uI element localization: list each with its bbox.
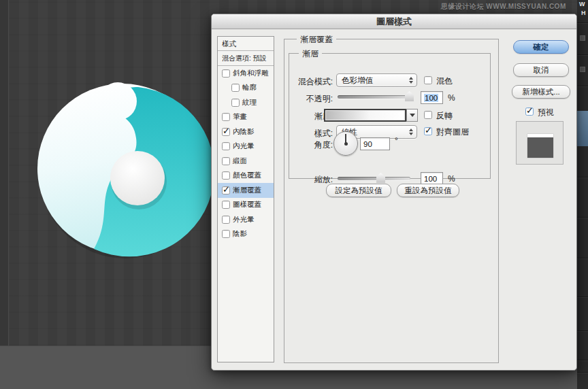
selected-layer-row[interactable] <box>577 111 588 146</box>
align-with-layer-label: 對齊圖層 <box>436 126 469 138</box>
down-arrow-icon <box>410 114 415 117</box>
ok-button[interactable]: 確定 <box>513 40 569 54</box>
style-label: 樣式: <box>272 128 333 139</box>
gradient-picker-button[interactable] <box>406 109 418 122</box>
angle-input[interactable]: 90 <box>360 137 390 150</box>
style-preview-thumbnail <box>527 134 553 158</box>
style-item-label: 內光暈 <box>233 141 255 151</box>
opacity-unit: % <box>448 93 455 103</box>
style-item-label: 內陰影 <box>233 127 255 137</box>
layer-style-dialog: 圖層樣式 樣式 混合選項: 預設 斜角和浮雕輪廓紋理筆畫✓內陰影內光暈緞面顏色覆… <box>211 14 577 371</box>
style-item-2[interactable]: 紋理 <box>218 95 274 110</box>
style-item-label: 紋理 <box>242 98 257 107</box>
dither-checkbox[interactable] <box>424 76 432 84</box>
blend-mode-label: 混合模式: <box>272 76 333 88</box>
photoshop-workspace: 思缘设计论坛 WWW.MISSYUAN.COM W H <box>0 0 588 389</box>
style-item-label: 緞面 <box>233 156 247 166</box>
updown-arrows-icon <box>409 77 413 84</box>
preview-checkbox[interactable]: ✓ <box>525 107 534 116</box>
angle-label: 角度: <box>272 139 333 151</box>
check-icon: ✓ <box>526 105 534 116</box>
check-icon: ✓ <box>223 184 230 194</box>
style-item-label: 陰影 <box>233 229 247 239</box>
style-item-3[interactable]: 筆畫 <box>218 110 274 125</box>
style-item-checkbox[interactable] <box>222 157 230 165</box>
style-item-label: 筆畫 <box>233 112 247 122</box>
style-item-1[interactable]: 輪廓 <box>218 81 274 96</box>
style-item-checkbox[interactable] <box>222 171 230 180</box>
styles-list-panel: 樣式 混合選項: 預設 斜角和浮雕輪廓紋理筆畫✓內陰影內光暈緞面顏色覆蓋✓漸層覆… <box>217 36 274 362</box>
reset-to-default-button[interactable]: 重設為預設值 <box>397 184 459 197</box>
style-item-label: 顏色覆蓋 <box>233 171 261 180</box>
angle-hub <box>344 142 348 146</box>
set-as-default-button[interactable]: 設定為預設值 <box>326 184 391 197</box>
panel-mini-icon[interactable] <box>580 67 585 72</box>
blend-mode-select[interactable]: 色彩增值 <box>336 73 417 87</box>
check-icon: ✓ <box>223 126 230 136</box>
scale-slider[interactable] <box>338 177 410 180</box>
style-item-checkbox[interactable] <box>222 113 230 121</box>
panel-mini-icon[interactable] <box>580 35 585 41</box>
angle-value: 90 <box>363 140 372 148</box>
style-item-0[interactable]: 斜角和浮雕 <box>218 66 274 81</box>
blending-options-item[interactable]: 混合選項: 預設 <box>218 51 274 66</box>
style-item-label: 輪廓 <box>242 83 257 92</box>
strip-letter-w: W <box>579 1 585 7</box>
angle-dial[interactable] <box>333 131 358 156</box>
style-item-checkbox[interactable] <box>222 69 230 78</box>
style-item-label: 外光暈 <box>233 215 255 224</box>
style-item-4[interactable]: ✓內陰影 <box>218 124 274 139</box>
opacity-value: 100 <box>424 94 438 102</box>
style-item-checkbox[interactable]: ✓ <box>222 186 230 194</box>
check-icon: ✓ <box>425 125 432 135</box>
style-item-7[interactable]: 顏色覆蓋 <box>218 169 274 184</box>
styles-header: 樣式 <box>218 37 274 51</box>
yin-yang-logo-artwork <box>0 0 225 389</box>
angle-unit: ° <box>395 136 398 146</box>
style-item-checkbox[interactable] <box>231 84 240 92</box>
preview-label: 預視 <box>538 107 554 118</box>
dialog-titlebar[interactable]: 圖層樣式 <box>212 14 576 29</box>
strip-letter-h: H <box>581 10 586 16</box>
style-item-label: 斜角和浮雕 <box>233 69 269 78</box>
right-panel-strip: W H <box>577 0 588 389</box>
style-item-10[interactable]: 外光暈 <box>218 212 274 227</box>
cancel-button[interactable]: 取消 <box>513 63 569 77</box>
style-item-5[interactable]: 內光暈 <box>218 139 274 154</box>
opacity-label: 不透明: <box>272 93 333 105</box>
updown-arrows-icon <box>409 129 413 135</box>
align-with-layer-checkbox[interactable]: ✓ <box>424 127 432 135</box>
scale-unit: % <box>448 174 455 184</box>
scale-label: 縮放: <box>272 174 333 186</box>
new-style-button[interactable]: 新增樣式... <box>512 85 570 99</box>
style-item-9[interactable]: 圖樣覆蓋 <box>218 198 274 213</box>
style-item-label: 漸層覆蓋 <box>233 186 261 195</box>
style-item-checkbox[interactable] <box>222 216 230 224</box>
logo-hook-notch <box>99 82 137 120</box>
style-item-checkbox[interactable] <box>222 230 230 238</box>
style-preview-swatch <box>516 121 564 165</box>
logo-eye-circle <box>110 151 165 205</box>
style-item-6[interactable]: 緞面 <box>218 154 274 169</box>
dither-label: 混色 <box>436 75 453 87</box>
style-item-checkbox[interactable] <box>222 201 230 209</box>
subgroup-title: 漸層 <box>299 48 322 60</box>
opacity-slider[interactable] <box>338 95 414 99</box>
scale-value: 100 <box>424 175 437 183</box>
style-list: 斜角和浮雕輪廓紋理筆畫✓內陰影內光暈緞面顏色覆蓋✓漸層覆蓋圖樣覆蓋外光暈陰影 <box>218 66 274 241</box>
opacity-input[interactable]: 100 <box>421 91 443 104</box>
reverse-checkbox[interactable] <box>424 111 432 119</box>
style-item-checkbox[interactable]: ✓ <box>222 128 230 136</box>
style-item-checkbox[interactable] <box>231 99 240 107</box>
watermark-text: 思缘设计论坛 WWW.MISSYUAN.COM <box>441 2 577 12</box>
style-item-11[interactable]: 陰影 <box>218 227 274 242</box>
style-item-8[interactable]: ✓漸層覆蓋 <box>218 183 274 198</box>
reverse-label: 反轉 <box>436 110 453 122</box>
style-item-checkbox[interactable] <box>222 142 230 150</box>
gradient-swatch[interactable] <box>324 109 406 122</box>
blend-mode-value: 色彩增值 <box>342 75 373 86</box>
dialog-title: 圖層樣式 <box>376 16 412 28</box>
style-item-label: 圖樣覆蓋 <box>233 200 261 209</box>
group-title: 漸層覆蓋 <box>297 34 336 46</box>
